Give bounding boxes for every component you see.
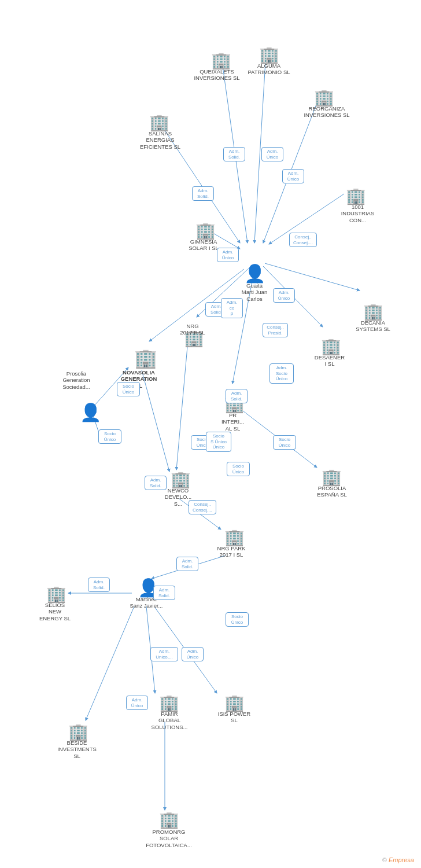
- alguma-node: 🏢: [259, 45, 279, 64]
- novasolia-node: 🏢: [134, 347, 157, 369]
- badge-socio-unico-4[interactable]: SocioÚnico: [273, 435, 296, 450]
- salinas-node: 🏢: [149, 113, 169, 132]
- badge-adm-solid-5[interactable]: Adm.Solid.: [145, 476, 167, 490]
- queixalets-label: QUEIXALETS INVERSIONES SL: [191, 68, 243, 82]
- badge-consej-1[interactable]: Consej..Consej....: [289, 233, 317, 247]
- 1001-node: 🏢: [346, 186, 366, 205]
- pr-inter-label: PRINTERI...AL SL: [211, 412, 254, 432]
- svg-line-14: [176, 340, 188, 470]
- pamir-node: 🏢: [159, 693, 179, 712]
- badge-adm-unico-4[interactable]: Adm.Único: [273, 288, 295, 303]
- prosolia-esp-label: PROSOLIAESPAÑA SL: [306, 485, 357, 498]
- badge-socio-s-unico[interactable]: SocioS ÚnicoÚnico: [206, 432, 231, 452]
- badge-adm-solid-2[interactable]: Adm.Solid.: [192, 186, 214, 201]
- badge-adm-unico-3[interactable]: Adm.Único: [217, 248, 239, 262]
- newco-node: 🏢: [171, 470, 191, 489]
- prosolia-person: 👤: [80, 402, 101, 422]
- badge-socio-unico-6[interactable]: SocioÚnico: [226, 612, 249, 627]
- badge-adm-solid-8[interactable]: Adm.Solid.: [88, 578, 110, 592]
- badge-socio-unico-5[interactable]: SocioÚnico: [227, 462, 250, 476]
- selios-node: 🏢: [46, 584, 67, 604]
- 1001-label: 1001INDUSTRIASCON...: [333, 204, 382, 223]
- salinas-label: SALINASENERGIASEFICIENTES SL: [134, 130, 186, 150]
- gimnesia-node: 🏢: [195, 221, 216, 240]
- badge-adm-unico-1[interactable]: Adm.Único: [261, 147, 283, 161]
- prosolia-esp-node: 🏢: [322, 468, 342, 487]
- beside-node: 🏢: [68, 722, 88, 741]
- nrg-park-label: NRG PARK2017 I SL: [208, 545, 254, 558]
- badge-adm-unico-combo[interactable]: Adm.Unico,...: [150, 647, 178, 661]
- pamir-label: PAMIRGLOBALSOLUTIONS...: [143, 711, 195, 730]
- promonrg-node: 🏢: [159, 810, 179, 829]
- badge-adm-solid-6[interactable]: Adm.Solid.: [176, 557, 198, 571]
- guaita-person: 👤: [244, 263, 265, 284]
- desaener-node: 🏢: [321, 337, 341, 356]
- decania-label: DECANIASYSTEMS SL: [350, 319, 396, 333]
- isis-label: ISIS POWERSL: [211, 711, 257, 724]
- svg-line-6: [265, 263, 360, 290]
- badge-consej-presid[interactable]: Consej..Presid.: [263, 323, 288, 337]
- watermark: © Empresa: [382, 856, 414, 863]
- promonrg-label: PROMONRGSOLARFOTOVOLTAICA...: [140, 829, 198, 848]
- badge-socio-unico-1[interactable]: SocioÚnico: [117, 382, 140, 396]
- beside-label: BESIDEINVESTMENTSSL: [51, 740, 103, 759]
- selios-label: SELIOSNEWENERGY SL: [32, 602, 78, 621]
- badge-adm-unico-2[interactable]: Adm.Único: [282, 169, 304, 183]
- desaener-label: DESAENERI SL: [309, 354, 350, 367]
- nrg-park-node: 🏢: [224, 528, 245, 547]
- badge-adm-socio-unico[interactable]: Adm.SocioÚnico: [269, 363, 294, 384]
- badge-adm-unico-5[interactable]: Adm.Único: [182, 647, 204, 661]
- isis-node: 🏢: [224, 693, 245, 712]
- reorganiza-node: 🏢: [314, 88, 334, 107]
- alguma-label: ALGUMAPATRIMONIO SL: [246, 62, 292, 76]
- decania-node: 🏢: [363, 302, 383, 321]
- badge-adm-unico-6[interactable]: Adm.Único: [126, 696, 148, 710]
- badge-adm-solid-4[interactable]: Adm.Solid.: [226, 389, 248, 403]
- badge-adm-co[interactable]: Adm.cop: [221, 298, 243, 318]
- badge-consej-2[interactable]: Consej..Consej....: [189, 500, 216, 514]
- badge-adm-solid-1[interactable]: Adm.Solid.: [223, 147, 245, 161]
- badge-adm-solid-7[interactable]: Adm.Solid.: [153, 586, 175, 600]
- nrg2017-label: NRG2017 II SL: [172, 323, 213, 336]
- prosolia-gen-label: ProsoliaGenerationSociedad...: [51, 370, 102, 390]
- reorganiza-label: REORGANIZAINVERSIONES SL: [301, 105, 353, 119]
- badge-socio-unico-2[interactable]: SocioÚnico: [98, 429, 121, 444]
- queixalets-node: 🏢: [211, 51, 231, 70]
